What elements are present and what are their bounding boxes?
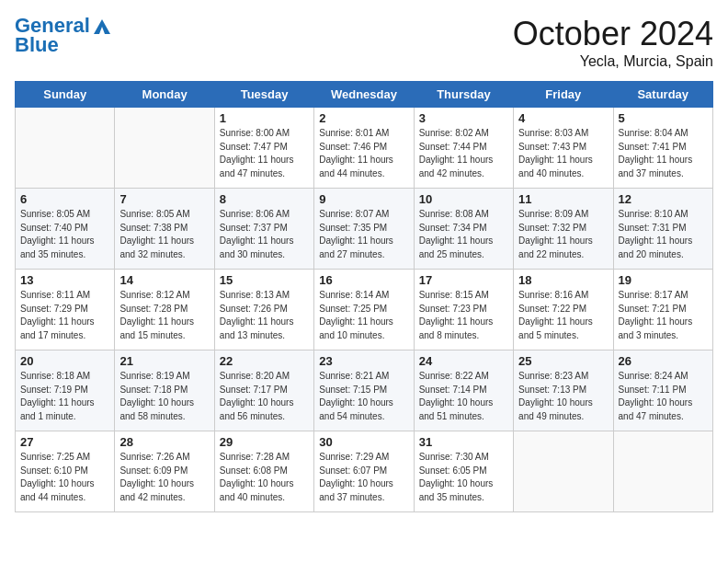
day-info: Sunrise: 7:25 AMSunset: 6:10 PMDaylight:… (20, 451, 109, 504)
calendar-cell: 17Sunrise: 8:15 AMSunset: 7:23 PMDayligh… (414, 270, 513, 350)
title-block: October 2024 Yecla, Murcia, Spain (513, 15, 713, 70)
day-number: 30 (319, 435, 408, 449)
weekday-header-saturday: Saturday (613, 82, 712, 108)
day-info: Sunrise: 8:14 AMSunset: 7:25 PMDaylight:… (319, 289, 408, 342)
logo-icon (92, 17, 112, 36)
calendar-cell: 9Sunrise: 8:07 AMSunset: 7:35 PMDaylight… (314, 189, 414, 270)
calendar-cell: 1Sunrise: 8:00 AMSunset: 7:47 PMDaylight… (214, 108, 313, 189)
day-number: 11 (518, 192, 608, 206)
calendar-cell: 4Sunrise: 8:03 AMSunset: 7:43 PMDaylight… (514, 108, 613, 189)
day-number: 17 (419, 273, 508, 287)
day-info: Sunrise: 8:15 AMSunset: 7:23 PMDaylight:… (419, 289, 508, 342)
calendar-cell: 20Sunrise: 8:18 AMSunset: 7:19 PMDayligh… (16, 350, 115, 431)
day-info: Sunrise: 8:01 AMSunset: 7:46 PMDaylight:… (319, 127, 408, 180)
day-number: 4 (518, 111, 608, 125)
calendar-cell (16, 108, 115, 189)
day-info: Sunrise: 8:03 AMSunset: 7:43 PMDaylight:… (518, 127, 608, 180)
weekday-header-sunday: Sunday (16, 82, 115, 108)
calendar-cell: 22Sunrise: 8:20 AMSunset: 7:17 PMDayligh… (214, 350, 313, 431)
calendar-cell (514, 431, 613, 512)
day-number: 19 (619, 273, 708, 287)
day-info: Sunrise: 8:22 AMSunset: 7:14 PMDaylight:… (419, 370, 508, 423)
day-info: Sunrise: 8:05 AMSunset: 7:38 PMDaylight:… (119, 208, 209, 261)
day-number: 3 (419, 111, 508, 125)
day-info: Sunrise: 8:08 AMSunset: 7:34 PMDaylight:… (419, 208, 508, 261)
calendar-cell: 14Sunrise: 8:12 AMSunset: 7:28 PMDayligh… (115, 270, 214, 350)
day-info: Sunrise: 8:02 AMSunset: 7:44 PMDaylight:… (419, 127, 508, 180)
day-number: 13 (20, 273, 109, 287)
day-number: 9 (319, 192, 408, 206)
calendar-cell: 8Sunrise: 8:06 AMSunset: 7:37 PMDaylight… (214, 189, 313, 270)
week-row-4: 20Sunrise: 8:18 AMSunset: 7:19 PMDayligh… (16, 350, 713, 431)
day-info: Sunrise: 8:19 AMSunset: 7:18 PMDaylight:… (119, 370, 209, 423)
calendar-cell: 28Sunrise: 7:26 AMSunset: 6:09 PMDayligh… (115, 431, 214, 512)
calendar-cell: 13Sunrise: 8:11 AMSunset: 7:29 PMDayligh… (16, 270, 115, 350)
calendar-cell: 29Sunrise: 7:28 AMSunset: 6:08 PMDayligh… (214, 431, 313, 512)
day-info: Sunrise: 7:30 AMSunset: 6:05 PMDaylight:… (419, 451, 508, 504)
calendar-cell: 6Sunrise: 8:05 AMSunset: 7:40 PMDaylight… (16, 189, 115, 270)
day-number: 29 (220, 435, 309, 449)
calendar-cell: 12Sunrise: 8:10 AMSunset: 7:31 PMDayligh… (613, 189, 712, 270)
day-info: Sunrise: 8:09 AMSunset: 7:32 PMDaylight:… (518, 208, 608, 261)
calendar-cell: 7Sunrise: 8:05 AMSunset: 7:38 PMDaylight… (115, 189, 214, 270)
week-row-5: 27Sunrise: 7:25 AMSunset: 6:10 PMDayligh… (16, 431, 713, 512)
day-info: Sunrise: 8:11 AMSunset: 7:29 PMDaylight:… (20, 289, 109, 342)
day-number: 12 (619, 192, 708, 206)
page-header: General Blue October 2024 Yecla, Murcia,… (15, 15, 713, 70)
day-number: 16 (319, 273, 408, 287)
calendar-cell: 23Sunrise: 8:21 AMSunset: 7:15 PMDayligh… (314, 350, 414, 431)
day-info: Sunrise: 8:10 AMSunset: 7:31 PMDaylight:… (619, 208, 708, 261)
day-number: 6 (20, 192, 109, 206)
weekday-header-thursday: Thursday (414, 82, 513, 108)
day-info: Sunrise: 8:20 AMSunset: 7:17 PMDaylight:… (220, 370, 309, 423)
calendar-cell: 2Sunrise: 8:01 AMSunset: 7:46 PMDaylight… (314, 108, 414, 189)
calendar-cell: 19Sunrise: 8:17 AMSunset: 7:21 PMDayligh… (613, 270, 712, 350)
calendar-cell: 16Sunrise: 8:14 AMSunset: 7:25 PMDayligh… (314, 270, 414, 350)
location-title: Yecla, Murcia, Spain (513, 53, 713, 70)
day-number: 21 (119, 354, 209, 368)
day-info: Sunrise: 8:18 AMSunset: 7:19 PMDaylight:… (20, 370, 109, 423)
month-title: October 2024 (513, 15, 713, 53)
day-number: 5 (619, 111, 708, 125)
day-number: 20 (20, 354, 109, 368)
day-info: Sunrise: 8:00 AMSunset: 7:47 PMDaylight:… (220, 127, 309, 180)
logo: General Blue (15, 15, 112, 57)
day-info: Sunrise: 8:05 AMSunset: 7:40 PMDaylight:… (20, 208, 109, 261)
day-number: 22 (220, 354, 309, 368)
day-number: 28 (119, 435, 209, 449)
day-info: Sunrise: 8:12 AMSunset: 7:28 PMDaylight:… (119, 289, 209, 342)
day-number: 31 (419, 435, 508, 449)
calendar-cell: 21Sunrise: 8:19 AMSunset: 7:18 PMDayligh… (115, 350, 214, 431)
week-row-2: 6Sunrise: 8:05 AMSunset: 7:40 PMDaylight… (16, 189, 713, 270)
weekday-header-friday: Friday (514, 82, 613, 108)
day-number: 7 (119, 192, 209, 206)
day-number: 2 (319, 111, 408, 125)
weekday-header-monday: Monday (115, 82, 214, 108)
calendar-cell: 30Sunrise: 7:29 AMSunset: 6:07 PMDayligh… (314, 431, 414, 512)
day-info: Sunrise: 8:13 AMSunset: 7:26 PMDaylight:… (220, 289, 309, 342)
day-number: 18 (518, 273, 608, 287)
day-number: 24 (419, 354, 508, 368)
calendar-cell: 10Sunrise: 8:08 AMSunset: 7:34 PMDayligh… (414, 189, 513, 270)
calendar-cell: 18Sunrise: 8:16 AMSunset: 7:22 PMDayligh… (514, 270, 613, 350)
week-row-1: 1Sunrise: 8:00 AMSunset: 7:47 PMDaylight… (16, 108, 713, 189)
day-number: 23 (319, 354, 408, 368)
day-info: Sunrise: 7:28 AMSunset: 6:08 PMDaylight:… (220, 451, 309, 504)
day-info: Sunrise: 8:04 AMSunset: 7:41 PMDaylight:… (619, 127, 708, 180)
day-info: Sunrise: 8:06 AMSunset: 7:37 PMDaylight:… (220, 208, 309, 261)
calendar-cell: 27Sunrise: 7:25 AMSunset: 6:10 PMDayligh… (16, 431, 115, 512)
week-row-3: 13Sunrise: 8:11 AMSunset: 7:29 PMDayligh… (16, 270, 713, 350)
day-info: Sunrise: 8:17 AMSunset: 7:21 PMDaylight:… (619, 289, 708, 342)
weekday-header-wednesday: Wednesday (314, 82, 414, 108)
calendar-cell: 15Sunrise: 8:13 AMSunset: 7:26 PMDayligh… (214, 270, 313, 350)
weekday-header-tuesday: Tuesday (214, 82, 313, 108)
day-info: Sunrise: 7:26 AMSunset: 6:09 PMDaylight:… (119, 451, 209, 504)
day-number: 25 (518, 354, 608, 368)
logo-blue: Blue (15, 33, 112, 57)
calendar-table: SundayMondayTuesdayWednesdayThursdayFrid… (15, 81, 713, 512)
calendar-cell (613, 431, 712, 512)
calendar-cell: 26Sunrise: 8:24 AMSunset: 7:11 PMDayligh… (613, 350, 712, 431)
day-info: Sunrise: 8:24 AMSunset: 7:11 PMDaylight:… (619, 370, 708, 423)
day-number: 15 (220, 273, 309, 287)
day-info: Sunrise: 8:16 AMSunset: 7:22 PMDaylight:… (518, 289, 608, 342)
